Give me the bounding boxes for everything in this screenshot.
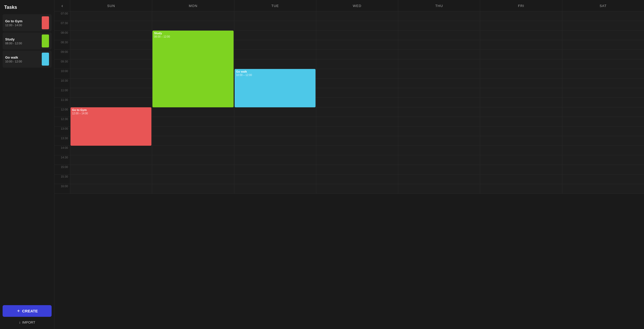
time-cell[interactable]: [562, 107, 644, 117]
time-cell[interactable]: [562, 59, 644, 69]
time-cell[interactable]: [398, 69, 480, 78]
time-cell[interactable]: [398, 31, 480, 40]
time-cell[interactable]: [316, 117, 398, 126]
time-cell[interactable]: [70, 59, 152, 69]
time-cell[interactable]: [480, 107, 562, 117]
time-cell[interactable]: [480, 69, 562, 78]
time-cell[interactable]: [398, 146, 480, 155]
time-cell[interactable]: [562, 155, 644, 165]
time-cell[interactable]: [234, 174, 316, 184]
time-cell[interactable]: [234, 146, 316, 155]
time-cell[interactable]: [70, 31, 152, 40]
time-cell[interactable]: [70, 174, 152, 184]
time-cell[interactable]: [398, 165, 480, 174]
time-cell[interactable]: [562, 79, 644, 88]
time-cell[interactable]: [316, 107, 398, 117]
time-cell[interactable]: [398, 117, 480, 126]
time-cell[interactable]: [480, 165, 562, 174]
time-cell[interactable]: [398, 184, 480, 193]
time-cell[interactable]: [152, 11, 234, 21]
time-cell[interactable]: [234, 127, 316, 136]
time-cell[interactable]: [316, 155, 398, 165]
time-cell[interactable]: [152, 136, 234, 145]
time-cell[interactable]: [398, 155, 480, 165]
time-cell[interactable]: [398, 127, 480, 136]
time-cell[interactable]: [562, 146, 644, 155]
time-cell[interactable]: [70, 40, 152, 50]
time-cell[interactable]: [234, 117, 316, 126]
time-cell[interactable]: [480, 21, 562, 30]
time-cell[interactable]: [316, 184, 398, 193]
time-cell[interactable]: [316, 174, 398, 184]
time-cell[interactable]: [562, 136, 644, 145]
time-cell[interactable]: [562, 117, 644, 126]
time-cell[interactable]: [562, 98, 644, 107]
time-cell[interactable]: [234, 107, 316, 117]
cal-event-study-event[interactable]: Study 08:00 – 12:00: [152, 31, 233, 107]
time-cell[interactable]: [480, 184, 562, 193]
time-cell[interactable]: [562, 21, 644, 30]
time-cell[interactable]: [234, 59, 316, 69]
time-cell[interactable]: [152, 21, 234, 30]
time-cell[interactable]: [316, 165, 398, 174]
time-cell[interactable]: [480, 59, 562, 69]
time-cell[interactable]: [70, 146, 152, 155]
time-cell[interactable]: [316, 21, 398, 30]
time-cell[interactable]: [152, 165, 234, 174]
task-item-gym[interactable]: Go to Gym 12:00 - 14:00: [3, 14, 52, 31]
time-cell[interactable]: [316, 69, 398, 78]
time-cell[interactable]: [316, 79, 398, 88]
time-cell[interactable]: [562, 184, 644, 193]
time-cell[interactable]: [70, 69, 152, 78]
time-cell[interactable]: [398, 107, 480, 117]
time-cell[interactable]: [562, 50, 644, 59]
time-cell[interactable]: [152, 117, 234, 126]
time-cell[interactable]: [398, 11, 480, 21]
task-item-study[interactable]: Study 08:00 - 12:00: [3, 32, 52, 50]
time-cell[interactable]: [316, 146, 398, 155]
time-cell[interactable]: [234, 50, 316, 59]
time-cell[interactable]: [480, 136, 562, 145]
time-cell[interactable]: [562, 11, 644, 21]
time-cell[interactable]: [152, 146, 234, 155]
time-cell[interactable]: [562, 40, 644, 50]
time-cell[interactable]: [398, 59, 480, 69]
task-item-walk[interactable]: Go walk 10:00 - 12:00: [3, 51, 52, 68]
time-cell[interactable]: [234, 11, 316, 21]
time-cell[interactable]: [480, 155, 562, 165]
time-cell[interactable]: [480, 79, 562, 88]
time-cell[interactable]: [480, 127, 562, 136]
time-cell[interactable]: [562, 31, 644, 40]
time-cell[interactable]: [480, 88, 562, 97]
time-cell[interactable]: [152, 184, 234, 193]
time-cell[interactable]: [70, 184, 152, 193]
time-cell[interactable]: [480, 146, 562, 155]
time-cell[interactable]: [316, 50, 398, 59]
time-cell[interactable]: [562, 174, 644, 184]
import-button[interactable]: ↕ IMPORT: [0, 318, 54, 327]
prev-button[interactable]: ‹: [59, 2, 65, 10]
time-cell[interactable]: [70, 50, 152, 59]
time-cell[interactable]: [70, 165, 152, 174]
cal-event-gym-event[interactable]: Go to Gym 12:00 – 14:00: [71, 107, 151, 146]
cal-event-walk-event[interactable]: Go walk 10:00 – 12:00: [235, 69, 316, 107]
time-cell[interactable]: [234, 31, 316, 40]
time-cell[interactable]: [234, 184, 316, 193]
time-cell[interactable]: [316, 59, 398, 69]
time-cell[interactable]: [70, 11, 152, 21]
time-cell[interactable]: [234, 136, 316, 145]
time-cell[interactable]: [234, 165, 316, 174]
time-cell[interactable]: [316, 136, 398, 145]
time-cell[interactable]: [562, 127, 644, 136]
time-cell[interactable]: [316, 31, 398, 40]
time-cell[interactable]: [70, 21, 152, 30]
time-cell[interactable]: [70, 79, 152, 88]
time-cell[interactable]: [562, 88, 644, 97]
time-cell[interactable]: [480, 98, 562, 107]
time-cell[interactable]: [480, 174, 562, 184]
time-cell[interactable]: [398, 40, 480, 50]
time-cell[interactable]: [480, 40, 562, 50]
time-cell[interactable]: [70, 88, 152, 97]
time-cell[interactable]: [480, 50, 562, 59]
time-cell[interactable]: [316, 11, 398, 21]
